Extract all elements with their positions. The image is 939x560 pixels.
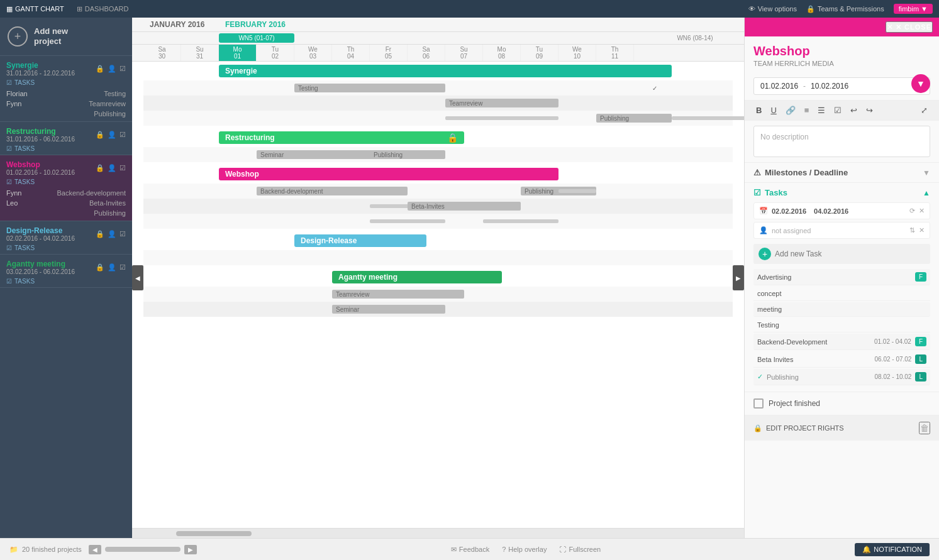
project-finished-checkbox[interactable] xyxy=(753,398,764,409)
dashboard-tab[interactable]: ⊞ DASHBOARD xyxy=(77,5,129,13)
assign-close-icon[interactable]: ✕ xyxy=(919,226,925,234)
description-area[interactable]: No description xyxy=(753,126,930,157)
fullscreen-item[interactable]: ⛶ Fullscreen xyxy=(559,546,601,553)
tasks-header[interactable]: ☑ Tasks ▲ xyxy=(753,188,930,197)
expand-button[interactable]: ⤢ xyxy=(918,104,930,116)
task-date-to[interactable]: 04.02.2016 xyxy=(814,207,848,215)
project-name-agantty-meeting: Agantty meeting xyxy=(6,260,75,268)
gantt-task-publishing-webshop[interactable] xyxy=(143,214,733,229)
add-task-plus-button[interactable]: + xyxy=(758,248,771,260)
gantt-row-webshop[interactable]: Webshop xyxy=(143,165,733,184)
check-icon-agantty: ☑ xyxy=(119,263,126,272)
check-icon-restructuring: ☑ xyxy=(119,131,126,139)
task-item-advertising[interactable]: Advertising F xyxy=(753,269,930,285)
bold-button[interactable]: B xyxy=(753,104,764,116)
project-header-webshop[interactable]: Webshop 01.02.2016 - 10.02.2016 🔒 👤 ☑ xyxy=(0,155,132,177)
gantt-task-beta-invites[interactable]: Beta-Invites xyxy=(143,199,733,214)
check-small-icon: ☑ xyxy=(6,178,12,185)
gantt-task-backend[interactable]: Backend-development Publishing xyxy=(143,184,733,199)
gantt-task-teamreview-agantty[interactable]: Teamreview xyxy=(143,287,733,302)
add-project-button[interactable]: + Add newproject xyxy=(0,18,132,56)
italic-button[interactable]: U xyxy=(768,104,779,116)
task-item-concept[interactable]: concept xyxy=(753,287,930,301)
delete-project-button[interactable]: 🗑 xyxy=(919,422,930,434)
scroll-thumb-bottom[interactable] xyxy=(105,547,181,552)
day-we-03: We03 xyxy=(294,45,332,61)
task-name-concept: concept xyxy=(757,290,782,297)
add-task-input[interactable] xyxy=(775,250,925,258)
gantt-row-synergie[interactable]: Synergie xyxy=(143,62,733,80)
user-icon-agantty: 👤 xyxy=(108,263,116,272)
left-arrow-bottom[interactable]: ◀ xyxy=(89,545,101,554)
tasks-label-webshop[interactable]: ☑ TASKS xyxy=(0,177,132,188)
task-item-beta-invites[interactable]: Beta Invites 06.02 - 07.02 L xyxy=(753,351,930,368)
gantt-task-seminar-agantty[interactable]: Seminar xyxy=(143,302,733,317)
tasks-label-restructuring[interactable]: ☑ TASKS xyxy=(0,144,132,155)
task-date-cycle-icon[interactable]: ⟳ xyxy=(909,207,915,215)
feedback-item[interactable]: ✉ Feedback xyxy=(451,546,489,554)
ordered-list-button[interactable]: ≡ xyxy=(802,104,812,116)
teams-permissions-item[interactable]: 🔒 Teams & Permissions xyxy=(806,5,884,13)
day-th-11: Th11 xyxy=(596,45,634,61)
user-badge[interactable]: fimbim ▼ xyxy=(894,4,933,14)
panel-dropdown-button[interactable]: ▼ xyxy=(911,74,930,93)
day-su-07: Su07 xyxy=(445,45,483,61)
gantt-task-seminar[interactable]: Seminar Publishing xyxy=(143,147,733,162)
task-row-florian[interactable]: Florian Testing xyxy=(0,89,132,99)
unordered-list-button[interactable]: ☰ xyxy=(815,104,828,116)
gantt-task-testing[interactable]: Testing ✓ xyxy=(143,80,733,96)
scrollbar-area[interactable] xyxy=(132,528,744,538)
tasks-label-synergie[interactable]: ☑ TASKS xyxy=(0,78,132,89)
gantt-chart-tab[interactable]: ▦ GANTT CHART xyxy=(6,5,64,13)
project-header-agantty-meeting[interactable]: Agantty meeting 03.02.2016 - 06.02.2016 … xyxy=(0,255,132,277)
project-header-synergie[interactable]: Synergie 31.01.2016 - 12.02.2016 🔒 👤 ☑ xyxy=(0,56,132,78)
notification-button[interactable]: 🔔 NOTIFICATION xyxy=(855,543,930,556)
right-arrow-bottom[interactable]: ▶ xyxy=(184,545,197,554)
task-row-leo[interactable]: Leo Beta-Invites xyxy=(0,198,132,208)
task-date-close-icon[interactable]: ✕ xyxy=(919,207,925,215)
gantt-task-teamreview[interactable]: Teamreview xyxy=(143,96,733,111)
undo-button[interactable]: ↩ xyxy=(848,104,860,116)
assign-dropdown-icon[interactable]: ⇅ xyxy=(909,226,915,234)
lock-icon-restructuring: 🔒 xyxy=(96,131,104,139)
edit-rights-button[interactable]: 🔒 EDIT PROJECT RIGHTS xyxy=(753,424,844,432)
task-row-fynn-webshop[interactable]: Fynn Backend-development xyxy=(0,188,132,198)
redo-button[interactable]: ↪ xyxy=(864,104,875,116)
milestones-header[interactable]: ⚠ Milestones / Deadline ▼ xyxy=(753,168,930,177)
user-icon-webshop: 👤 xyxy=(108,164,116,172)
task-row-fynn-synergie[interactable]: Fynn Teamreview xyxy=(0,99,132,109)
task-item-publishing[interactable]: ✓ Publishing 08.02 - 10.02 L xyxy=(753,369,930,385)
user-assign-icon: 👤 xyxy=(759,226,768,234)
not-assigned-label[interactable]: not assigned xyxy=(772,227,811,234)
tasks-section: ☑ Tasks ▲ 📅 02.02.2016 04.02.2016 ⟳ ✕ 👤 … xyxy=(745,182,939,392)
task-item-testing[interactable]: Testing xyxy=(753,318,930,332)
checklist-button[interactable]: ☑ xyxy=(831,104,844,116)
nav-arrow-right[interactable]: ▶ xyxy=(733,265,744,290)
task-row-publishing-webshop[interactable]: Publishing xyxy=(0,208,132,218)
task-item-backend-dev[interactable]: Backend-Development 01.02 - 04.02 F xyxy=(753,334,930,350)
view-options-item[interactable]: 👁 View options xyxy=(748,5,797,13)
nav-arrow-left[interactable]: ◀ xyxy=(132,265,143,290)
task-row-publishing-synergie[interactable]: Publishing xyxy=(0,109,132,119)
gantt-task-publishing-synergie[interactable]: Publishing xyxy=(143,111,733,126)
tasks-label-design-release[interactable]: ☑ TASKS xyxy=(0,243,132,254)
tasks-label-agantty[interactable]: ☑ TASKS xyxy=(0,277,132,287)
user-icon-restructuring: 👤 xyxy=(108,131,116,139)
gantt-row-design-release[interactable]: Design-Release xyxy=(143,231,733,250)
week-wn5: WN5 (01-07) xyxy=(219,33,294,43)
task-date-from[interactable]: 02.02.2016 xyxy=(772,207,806,215)
project-header-restructuring[interactable]: Restructuring 31.01.2016 - 06.02.2016 🔒 … xyxy=(0,122,132,144)
gantt-row-agantty-meeting[interactable]: Agantty meeting xyxy=(143,268,733,287)
task-item-meeting[interactable]: meeting xyxy=(753,302,930,317)
day-mo-08: Mo08 xyxy=(483,45,521,61)
help-overlay-item[interactable]: ? Help overlay xyxy=(502,546,547,553)
lock-icon-design-release: 🔒 xyxy=(96,230,104,238)
date-from[interactable]: 01.02.2016 xyxy=(760,82,798,91)
close-button[interactable]: ✕ ✕ CLOSE xyxy=(886,21,933,33)
gantt-row-restructuring[interactable]: Restructuring 🔒 xyxy=(143,128,733,147)
link-button[interactable]: 🔗 xyxy=(783,104,798,116)
date-to[interactable]: 10.02.2016 xyxy=(811,82,848,91)
project-header-design-release[interactable]: Design-Release 02.02.2016 - 04.02.2016 🔒… xyxy=(0,221,132,243)
date-range-section: 01.02.2016 - 10.02.2016 xyxy=(745,72,939,100)
month-february: FEBRUARY 2016 xyxy=(219,20,533,31)
